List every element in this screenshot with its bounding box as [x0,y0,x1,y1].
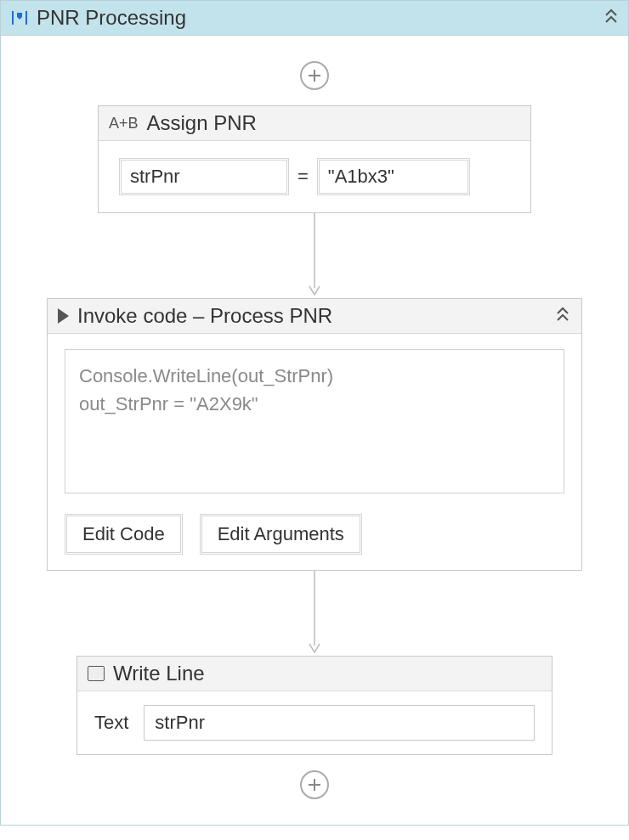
assign-equals: = [298,166,309,188]
write-line-header[interactable]: Write Line [77,657,552,691]
assign-header[interactable]: A+B Assign PNR [99,106,530,141]
sequence-header[interactable]: PNR Processing [1,1,628,36]
flow-connector [35,213,594,298]
sequence-body: A+B Assign PNR = Invoke code – Process P… [1,36,628,825]
invoke-code-title: Invoke code – Process PNR [77,304,332,328]
assign-title: Assign PNR [147,111,257,135]
assign-activity[interactable]: A+B Assign PNR = [98,105,531,213]
assign-to-input[interactable] [119,158,289,195]
play-icon [58,308,69,324]
collapse-icon[interactable] [554,304,571,328]
flow-connector [35,571,594,656]
sequence-title: PNR Processing [37,6,603,30]
edit-code-button[interactable]: Edit Code [65,514,183,555]
write-line-activity[interactable]: Write Line Text [76,656,552,755]
collapse-icon[interactable] [603,6,620,30]
sequence-icon [9,8,30,28]
write-line-icon [88,666,105,681]
write-line-text-input[interactable] [144,705,535,741]
add-activity-bottom-button[interactable] [300,770,329,799]
invoke-code-header[interactable]: Invoke code – Process PNR [48,299,581,334]
add-activity-top-button[interactable] [300,61,329,90]
assign-value-input[interactable] [317,158,470,195]
write-line-text-label: Text [94,712,128,734]
invoke-code-activity[interactable]: Invoke code – Process PNR Console.WriteL… [47,298,582,571]
code-preview[interactable]: Console.WriteLine(out_StrPnr) out_StrPnr… [65,349,564,493]
assign-icon: A+B [109,115,139,132]
write-line-title: Write Line [113,662,205,685]
edit-arguments-button[interactable]: Edit Arguments [200,514,362,555]
sequence-panel: PNR Processing A+B Assign PNR = [0,0,629,826]
